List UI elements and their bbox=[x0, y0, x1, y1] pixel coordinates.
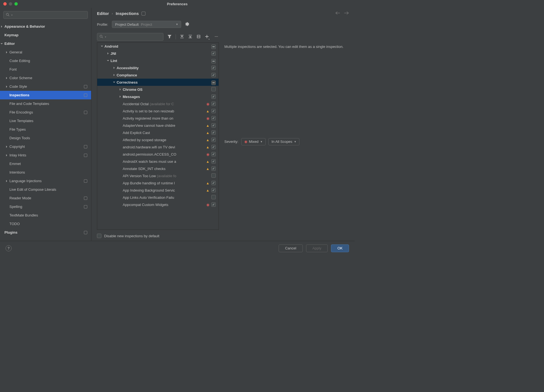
inspection-checkbox[interactable] bbox=[211, 195, 216, 199]
remove-button[interactable] bbox=[214, 34, 219, 40]
sidebar-item[interactable]: Appearance & Behavior bbox=[0, 22, 91, 31]
sidebar-item[interactable]: Live Edit of Compose Literals bbox=[0, 185, 91, 194]
inspection-row[interactable]: Activity is set to be non resizeab▲ bbox=[97, 107, 219, 115]
inspection-checkbox[interactable] bbox=[211, 116, 216, 120]
inspections-search-input[interactable]: ▾ bbox=[97, 33, 163, 41]
inspection-checkbox[interactable] bbox=[211, 173, 216, 178]
inspection-row[interactable]: Messages bbox=[97, 93, 219, 100]
sidebar-item[interactable]: Code Editing bbox=[0, 56, 91, 65]
sidebar-item[interactable]: Code Style bbox=[0, 82, 91, 91]
profile-select[interactable]: Project Default Project ▼ bbox=[112, 21, 181, 28]
search-dropdown-icon[interactable]: ▾ bbox=[11, 14, 12, 16]
close-button[interactable] bbox=[3, 2, 7, 6]
search-dropdown-icon[interactable]: ▾ bbox=[105, 36, 106, 38]
inspection-checkbox[interactable] bbox=[211, 202, 216, 207]
settings-tree[interactable]: Appearance & BehaviorKeymapEditorGeneral… bbox=[0, 22, 91, 241]
inspection-checkbox[interactable] bbox=[211, 66, 216, 70]
inspection-checkbox[interactable] bbox=[211, 94, 216, 99]
project-scope-icon bbox=[142, 12, 145, 16]
breadcrumb-root[interactable]: Editor bbox=[97, 11, 109, 16]
inspection-row[interactable]: Annotate SDK_INT checks▲ bbox=[97, 165, 219, 172]
sidebar-item[interactable]: Intentions bbox=[0, 168, 91, 177]
inspections-tree[interactable]: AndroidJNILintAccessibilityComplianceCor… bbox=[97, 42, 219, 230]
inspection-checkbox[interactable] bbox=[211, 123, 216, 128]
inspection-checkbox[interactable] bbox=[211, 145, 216, 149]
sidebar-item[interactable]: File and Code Templates bbox=[0, 99, 91, 108]
inspection-checkbox[interactable] bbox=[211, 152, 216, 156]
sidebar-item[interactable]: Editor bbox=[0, 39, 91, 48]
disable-new-checkbox[interactable] bbox=[97, 234, 101, 238]
inspection-row[interactable]: AdapterView cannot have childre▲ bbox=[97, 122, 219, 129]
profile-gear-button[interactable] bbox=[185, 22, 189, 27]
nav-forward-icon[interactable] bbox=[344, 11, 349, 16]
scope-select[interactable]: In All Scopes ▼ bbox=[268, 138, 299, 145]
inspection-row[interactable]: App Indexing Background Servic▲ bbox=[97, 187, 219, 194]
sidebar-item[interactable]: Spelling bbox=[0, 202, 91, 211]
help-button[interactable]: ? bbox=[6, 245, 12, 251]
reset-button[interactable] bbox=[196, 34, 201, 40]
inspection-checkbox[interactable] bbox=[211, 81, 216, 85]
inspection-checkbox[interactable] bbox=[211, 51, 216, 56]
sidebar-item[interactable]: Plugins bbox=[0, 228, 91, 237]
collapse-all-button[interactable] bbox=[188, 34, 193, 40]
inspection-row[interactable]: Accidental Octal (available for C◉ bbox=[97, 100, 219, 107]
apply-button[interactable]: Apply bbox=[306, 244, 328, 252]
inspection-checkbox[interactable] bbox=[211, 109, 216, 113]
inspection-row[interactable]: API Version Too Low (available fo bbox=[97, 172, 219, 179]
minimize-button[interactable] bbox=[9, 2, 12, 6]
sidebar-item[interactable]: Live Templates bbox=[0, 117, 91, 125]
sidebar-item[interactable]: File Encodings bbox=[0, 108, 91, 117]
sidebar-item[interactable]: Color Scheme bbox=[0, 74, 91, 82]
cancel-button[interactable]: Cancel bbox=[279, 244, 302, 252]
sidebar-item[interactable]: TextMate Bundles bbox=[0, 211, 91, 220]
inspection-checkbox[interactable] bbox=[211, 130, 216, 135]
inspection-row[interactable]: JNI bbox=[97, 50, 219, 57]
inspection-checkbox[interactable] bbox=[211, 188, 216, 192]
inspection-row[interactable]: Chrome OS bbox=[97, 86, 219, 93]
sidebar-item[interactable]: Design Tools bbox=[0, 134, 91, 142]
chevron-down-icon: ▼ bbox=[260, 140, 263, 143]
inspection-row[interactable]: Accessibility bbox=[97, 64, 219, 71]
inspection-row[interactable]: Lint bbox=[97, 57, 219, 64]
inspection-checkbox[interactable] bbox=[211, 87, 216, 91]
sidebar-item[interactable]: Inspections bbox=[0, 91, 91, 99]
inspection-row[interactable]: App Bundle handling of runtime l▲ bbox=[97, 179, 219, 187]
sidebar-item[interactable]: File Types bbox=[0, 125, 91, 134]
inspection-checkbox[interactable] bbox=[211, 181, 216, 185]
ok-button[interactable]: OK bbox=[331, 244, 349, 252]
inspection-checkbox[interactable] bbox=[211, 138, 216, 142]
inspection-checkbox[interactable] bbox=[211, 59, 216, 63]
sidebar-item[interactable]: TODO bbox=[0, 220, 91, 228]
expand-all-button[interactable] bbox=[180, 34, 184, 40]
inspection-row[interactable]: android.hardware.wifi on TV devi▲ bbox=[97, 143, 219, 151]
inspection-row[interactable]: Appcompat Custom Widgets◉ bbox=[97, 201, 219, 208]
sidebar-item[interactable]: Inlay Hints bbox=[0, 151, 91, 159]
inspection-row[interactable]: Activity registered more than on◉ bbox=[97, 115, 219, 122]
sidebar-item[interactable]: Font bbox=[0, 65, 91, 74]
nav-back-icon[interactable] bbox=[335, 11, 340, 16]
maximize-button[interactable] bbox=[14, 2, 18, 6]
inspection-checkbox[interactable] bbox=[211, 159, 216, 164]
sidebar-item[interactable]: General bbox=[0, 48, 91, 56]
inspection-row[interactable]: Correctness bbox=[97, 79, 219, 86]
inspection-checkbox[interactable] bbox=[211, 73, 216, 77]
sidebar-search-input[interactable]: ▾ bbox=[3, 11, 88, 19]
sidebar-item[interactable]: Copyright bbox=[0, 142, 91, 151]
sidebar-item[interactable]: Reader Mode bbox=[0, 194, 91, 202]
inspection-row[interactable]: Add Explicit Cast▲ bbox=[97, 129, 219, 136]
sidebar-item[interactable]: Emmet bbox=[0, 159, 91, 168]
filter-button[interactable] bbox=[167, 34, 172, 40]
inspection-checkbox[interactable] bbox=[211, 45, 216, 49]
severity-select[interactable]: ◉ Mixed ▼ bbox=[241, 138, 266, 145]
add-button[interactable]: ▾ bbox=[205, 34, 210, 40]
inspection-row[interactable]: android.permission.ACCESS_CO◉ bbox=[97, 151, 219, 158]
inspection-row[interactable]: Compliance bbox=[97, 71, 219, 79]
inspection-row[interactable]: AndroidX watch faces must use a▲ bbox=[97, 158, 219, 165]
inspection-checkbox[interactable] bbox=[211, 166, 216, 171]
sidebar-item[interactable]: Keymap bbox=[0, 31, 91, 39]
inspection-row[interactable]: Affected by scoped storage▲ bbox=[97, 136, 219, 143]
inspection-row[interactable]: App Links Auto Verification Failu bbox=[97, 194, 219, 201]
sidebar-item[interactable]: Language Injections bbox=[0, 177, 91, 185]
inspection-checkbox[interactable] bbox=[211, 102, 216, 106]
inspection-row[interactable]: Android bbox=[97, 43, 219, 50]
